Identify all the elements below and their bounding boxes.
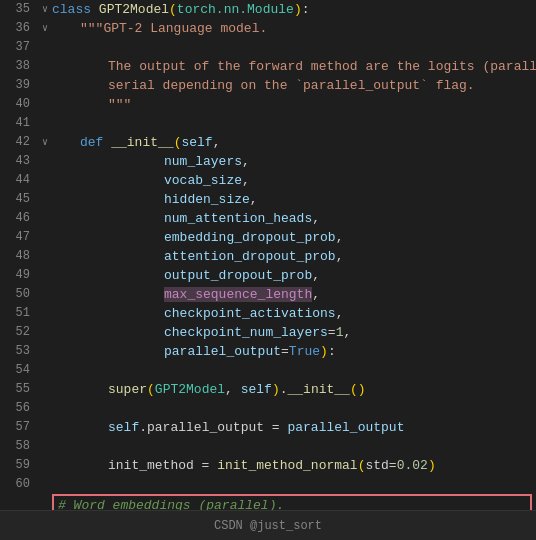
line-number: 51 xyxy=(0,304,38,323)
code-line-60: 60 xyxy=(0,475,536,494)
line-content: def __init__(self, xyxy=(52,133,532,152)
code-line-38: 38 The output of the forward method are … xyxy=(0,57,536,76)
code-line-41: 41 xyxy=(0,114,536,133)
code-line-47: 47 embedding_dropout_prob, xyxy=(0,228,536,247)
code-line-42: 42 ∨ def __init__(self, xyxy=(0,133,536,152)
code-line-49: 49 output_dropout_prob, xyxy=(0,266,536,285)
line-content: embedding_dropout_prob, xyxy=(52,228,532,247)
line-content: # Word embeddings (parallel). xyxy=(54,496,526,510)
line-content xyxy=(52,114,532,133)
fold-arrow[interactable]: ∨ xyxy=(38,0,52,19)
fold-arrow[interactable]: ∨ xyxy=(38,19,52,38)
line-number: 37 xyxy=(0,38,38,57)
watermark-bar: CSDN @just_sort xyxy=(0,510,536,540)
line-number: 56 xyxy=(0,399,38,418)
code-line-35: 35 ∨ class GPT2Model(torch.nn.Module): xyxy=(0,0,536,19)
line-number: 45 xyxy=(0,190,38,209)
line-content: init_method = init_method_normal(std=0.0… xyxy=(52,456,532,475)
code-line-39: 39 serial depending on the `parallel_out… xyxy=(0,76,536,95)
code-editor: 35 ∨ class GPT2Model(torch.nn.Module): 3… xyxy=(0,0,536,510)
line-number: 57 xyxy=(0,418,38,437)
code-line-44: 44 vocab_size, xyxy=(0,171,536,190)
line-number: 49 xyxy=(0,266,38,285)
line-content: """ xyxy=(52,95,532,114)
code-line-48: 48 attention_dropout_prob, xyxy=(0,247,536,266)
line-content: parallel_output=True): xyxy=(52,342,532,361)
line-content: num_layers, xyxy=(52,152,532,171)
line-content: hidden_size, xyxy=(52,190,532,209)
code-line-57: 57 self.parallel_output = parallel_outpu… xyxy=(0,418,536,437)
line-number: 55 xyxy=(0,380,38,399)
line-number: 52 xyxy=(0,323,38,342)
line-number: 40 xyxy=(0,95,38,114)
line-content: class GPT2Model(torch.nn.Module): xyxy=(52,0,532,19)
line-content xyxy=(52,399,532,418)
line-content: num_attention_heads, xyxy=(52,209,532,228)
code-line-36: 36 ∨ """GPT-2 Language model. xyxy=(0,19,536,38)
line-content xyxy=(52,437,532,456)
line-content xyxy=(52,475,532,494)
line-content: The output of the forward method are the… xyxy=(52,57,536,76)
line-content: vocab_size, xyxy=(52,171,532,190)
line-content xyxy=(52,361,532,380)
code-line-51: 51 checkpoint_activations, xyxy=(0,304,536,323)
code-line-52: 52 checkpoint_num_layers=1, xyxy=(0,323,536,342)
code-line-61: # Word embeddings (parallel). xyxy=(52,494,532,510)
code-line-53: 53 parallel_output=True): xyxy=(0,342,536,361)
line-content: serial depending on the `parallel_output… xyxy=(52,76,532,95)
line-number: 41 xyxy=(0,114,38,133)
line-number: 43 xyxy=(0,152,38,171)
line-content: attention_dropout_prob, xyxy=(52,247,532,266)
line-number: 44 xyxy=(0,171,38,190)
code-line-56: 56 xyxy=(0,399,536,418)
line-content: self.parallel_output = parallel_output xyxy=(52,418,532,437)
line-number: 60 xyxy=(0,475,38,494)
code-line-59: 59 init_method = init_method_normal(std=… xyxy=(0,456,536,475)
line-content xyxy=(52,38,532,57)
line-number: 36 xyxy=(0,19,38,38)
line-content: output_dropout_prob, xyxy=(52,266,532,285)
line-number: 38 xyxy=(0,57,38,76)
code-line-54: 54 xyxy=(0,361,536,380)
line-number: 53 xyxy=(0,342,38,361)
fold-arrow[interactable]: ∨ xyxy=(38,133,52,152)
code-line-50: 50 max_sequence_length, xyxy=(0,285,536,304)
line-number: 39 xyxy=(0,76,38,95)
line-number: 35 xyxy=(0,0,38,19)
line-number: 48 xyxy=(0,247,38,266)
line-content: max_sequence_length, xyxy=(52,285,532,304)
line-number: 50 xyxy=(0,285,38,304)
line-number: 58 xyxy=(0,437,38,456)
line-content: """GPT-2 Language model. xyxy=(52,19,532,38)
line-number: 42 xyxy=(0,133,38,152)
line-number: 54 xyxy=(0,361,38,380)
line-number: 47 xyxy=(0,228,38,247)
code-line-43: 43 num_layers, xyxy=(0,152,536,171)
code-line-40: 40 """ xyxy=(0,95,536,114)
code-line-45: 45 hidden_size, xyxy=(0,190,536,209)
line-content: checkpoint_activations, xyxy=(52,304,532,323)
line-number: 59 xyxy=(0,456,38,475)
watermark-text: CSDN @just_sort xyxy=(214,519,322,533)
line-content: checkpoint_num_layers=1, xyxy=(52,323,532,342)
line-number: 46 xyxy=(0,209,38,228)
line-content: super(GPT2Model, self).__init__() xyxy=(52,380,532,399)
code-line-46: 46 num_attention_heads, xyxy=(0,209,536,228)
code-line-55: 55 super(GPT2Model, self).__init__() xyxy=(0,380,536,399)
code-line-37: 37 xyxy=(0,38,536,57)
code-line-58: 58 xyxy=(0,437,536,456)
